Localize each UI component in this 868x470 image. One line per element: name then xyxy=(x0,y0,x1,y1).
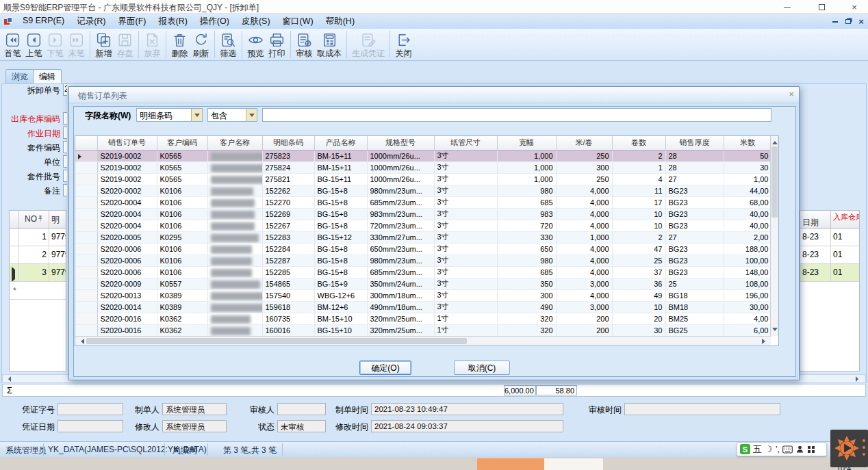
row-selector[interactable] xyxy=(75,208,97,220)
detail-grid-row[interactable]: 297792 xyxy=(10,246,66,264)
column-header-0[interactable]: 销售订单号 xyxy=(97,136,157,150)
detail-column-header[interactable]: 明 xyxy=(49,211,66,228)
hscroll-thumb[interactable] xyxy=(86,338,467,344)
toolbar-button-calculator[interactable]: 取成本 xyxy=(315,31,344,59)
taskbar-orange-segment[interactable] xyxy=(477,458,544,470)
column-header-1[interactable]: 客户编码 xyxy=(157,136,207,150)
grid-horizontal-scrollbar[interactable] xyxy=(75,336,771,345)
sales-order-row-3[interactable]: S2020-0002K0106152262BG-15+8980mm/23um..… xyxy=(75,185,771,196)
menu-item-1[interactable]: 记录(R) xyxy=(71,14,112,29)
sales-order-row-13[interactable]: S2020-0014K0389159618BM-12+6490mm/18um..… xyxy=(75,301,771,313)
column-header-8[interactable]: 米/卷 xyxy=(556,136,612,150)
dialog-title-bar[interactable]: 销售订单列表 × xyxy=(69,87,799,103)
ok-button[interactable]: 确定(O) xyxy=(359,361,411,375)
right-grid-row[interactable]: 8-2301 xyxy=(800,229,859,246)
scroll-right-icon[interactable] xyxy=(856,376,861,382)
toolbar-button-refresh[interactable]: 刷新 xyxy=(190,31,212,59)
close-button[interactable]: × xyxy=(844,1,865,12)
sales-order-row-8[interactable]: S2020-0006K0106152284BG-15+8650mm/23um..… xyxy=(75,243,771,254)
detail-grid-row[interactable]: 197792 xyxy=(10,229,66,246)
sales-order-row-7[interactable]: S2020-0005K0295152283BG-15+12330mm/27um.… xyxy=(75,231,771,243)
menu-item-4[interactable]: 操作(O) xyxy=(194,14,235,29)
row-selector[interactable] xyxy=(75,231,97,243)
row-selector[interactable] xyxy=(75,196,97,208)
sales-order-row-14[interactable]: S2020-0016K0362160735BM-15+10320mm/25um.… xyxy=(75,313,771,324)
menu-item-0[interactable]: S9 ERP(E) xyxy=(16,14,71,29)
sales-order-row-6[interactable]: S2020-0004K0106152267BG-15+8720mm/23um..… xyxy=(75,220,771,231)
toolbar-button-add-doc[interactable]: 新增 xyxy=(93,31,114,59)
row-selector[interactable] xyxy=(75,220,97,231)
keyboard-icon[interactable] xyxy=(782,445,793,454)
row-selector[interactable] xyxy=(75,185,97,196)
mdi-restore-button[interactable] xyxy=(843,17,854,26)
mdi-minimize-button[interactable] xyxy=(830,17,841,26)
column-header-7[interactable]: 宽幅 xyxy=(497,136,556,150)
taskbar-light-segment[interactable] xyxy=(544,458,603,470)
menu-item-6[interactable]: 窗口(W) xyxy=(277,14,320,29)
row-selector[interactable] xyxy=(75,301,97,313)
column-header-4[interactable]: 产品名称 xyxy=(314,136,367,150)
detail-grid-new-row[interactable]: * xyxy=(10,282,66,300)
punctuation-mode[interactable]: ’, xyxy=(776,444,780,454)
field-value-clipped-3[interactable] xyxy=(63,141,67,153)
row-selector[interactable] xyxy=(75,150,97,161)
vscroll-thumb[interactable] xyxy=(771,146,778,218)
menu-item-5[interactable]: 皮肤(S) xyxy=(235,14,277,29)
warehouse-column-header[interactable]: 入库仓库 xyxy=(831,211,860,228)
recorder-widget[interactable] xyxy=(830,430,868,467)
chevron-down-icon[interactable] xyxy=(191,109,202,121)
sales-order-row-5[interactable]: S2020-0004K0106152269BG-15+8983mm/23um..… xyxy=(75,208,771,220)
toolbar-button-printer[interactable]: 打印 xyxy=(266,31,288,59)
field-value-clipped-1[interactable] xyxy=(63,112,67,125)
row-selector[interactable] xyxy=(75,324,97,336)
field-value-clipped-0[interactable]: 2 xyxy=(63,83,67,96)
filter-operator-select[interactable]: 包含 xyxy=(207,108,257,122)
toolbar-button-nav-first[interactable]: 首笔 xyxy=(2,31,23,59)
toolbar-button-filter-search[interactable]: 筛选 xyxy=(218,31,239,59)
row-selector[interactable] xyxy=(75,289,97,301)
scroll-left-icon[interactable] xyxy=(78,339,84,344)
row-selector[interactable] xyxy=(75,161,97,173)
field-value-clipped-2[interactable] xyxy=(63,127,67,139)
user-icon[interactable] xyxy=(795,445,804,454)
dialog-close-button[interactable]: × xyxy=(785,89,797,101)
maximize-button[interactable] xyxy=(811,1,832,12)
field-value-clipped-5[interactable] xyxy=(63,170,67,182)
sales-order-row-11[interactable]: S2020-0009K0557154865BG-15+9350mm/24um..… xyxy=(75,278,771,289)
mdi-close-button[interactable]: × xyxy=(856,17,867,26)
scroll-up-icon[interactable] xyxy=(772,138,778,144)
column-header-3[interactable]: 明细条码 xyxy=(262,136,314,150)
sales-order-row-4[interactable]: S2020-0004K0106152270BG-15+8685mm/23um..… xyxy=(75,196,771,208)
tab-browse[interactable]: 浏览 xyxy=(5,69,34,83)
column-header-10[interactable]: 销售厚度 xyxy=(665,136,724,150)
column-header-6[interactable]: 纸管尺寸 xyxy=(434,136,497,150)
tab-edit[interactable]: 编辑 xyxy=(33,69,62,83)
wubi-mode[interactable]: 五 xyxy=(753,443,762,456)
scroll-right-icon[interactable] xyxy=(762,339,768,344)
column-header-11[interactable]: 米数 xyxy=(724,136,771,150)
right-grid-row[interactable]: 8-2301 xyxy=(800,264,859,282)
column-header-5[interactable]: 规格型号 xyxy=(367,136,434,150)
scroll-left-icon[interactable] xyxy=(5,376,11,382)
grid-vertical-scrollbar[interactable] xyxy=(770,136,778,336)
detail-grid-row[interactable]: 397792 xyxy=(10,264,66,282)
chevron-down-icon[interactable] xyxy=(246,109,257,121)
sales-order-row-12[interactable]: S2020-0013K0389157540WBG-12+6300mm/18um.… xyxy=(75,289,771,301)
date-column-header[interactable]: 日期 xyxy=(800,211,831,228)
sales-order-row-2[interactable]: S2019-0002K0565275821BG-15+111000mm/26u.… xyxy=(75,173,771,185)
sales-order-row-1[interactable]: S2019-0002K0565275824BM-15+111000mm/26u.… xyxy=(75,161,771,173)
filter-search-input[interactable] xyxy=(262,108,771,122)
sales-order-row-10[interactable]: S2020-0006K0106152285BG-15+8685mm/23um..… xyxy=(75,266,771,278)
row-selector[interactable] xyxy=(75,278,97,289)
toolbar-button-trash[interactable]: 删除 xyxy=(169,31,190,59)
sales-order-row-9[interactable]: S2020-0006K0106152287BG-15+8980mm/23um..… xyxy=(75,254,771,266)
sales-order-table[interactable]: 销售订单号客户编码客户名称明细条码产品名称规格型号纸管尺寸宽幅米/卷卷数销售厚度… xyxy=(75,136,772,337)
toolbar-button-nav-prev[interactable]: 上笔 xyxy=(23,31,44,59)
minimize-button[interactable] xyxy=(777,1,797,12)
field-value-clipped-4[interactable] xyxy=(63,155,67,168)
right-grid-row[interactable]: 8-2301 xyxy=(800,246,859,264)
row-selector[interactable] xyxy=(75,313,97,324)
moon-icon[interactable]: ☽ xyxy=(765,444,773,454)
row-selector[interactable] xyxy=(75,173,97,185)
row-selector[interactable] xyxy=(75,266,97,278)
